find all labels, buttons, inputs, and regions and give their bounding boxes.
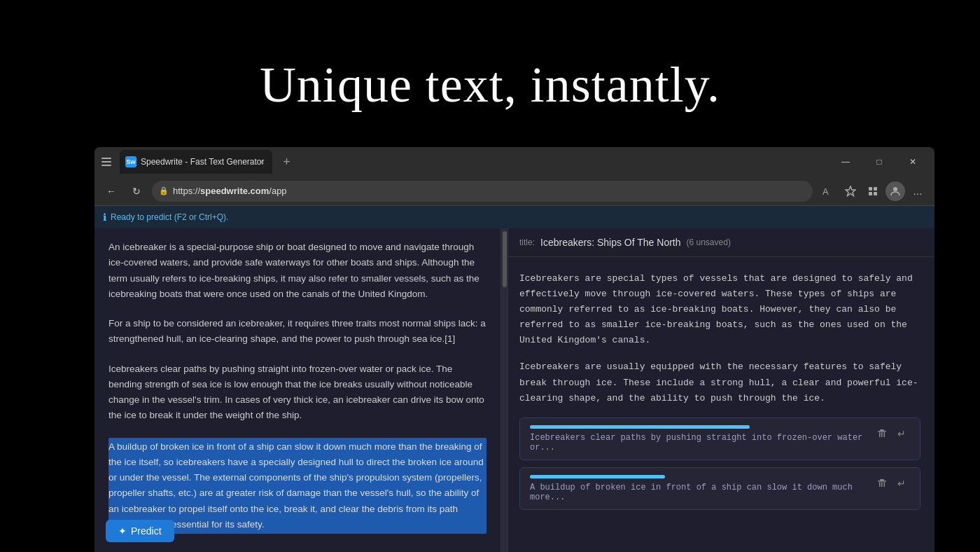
favorites-icon[interactable] <box>841 181 860 201</box>
browser-tab[interactable]: Sw Speedwrite - Fast Text Generator × <box>120 150 272 174</box>
svg-rect-8 <box>874 192 877 195</box>
svg-rect-16 <box>879 482 881 487</box>
info-icon: ℹ <box>103 212 106 223</box>
predict-button[interactable]: ✦ Predict <box>106 520 174 542</box>
new-tab-button[interactable]: + <box>276 152 296 172</box>
svg-rect-14 <box>880 429 884 431</box>
paragraph-3: Icebreakers clear paths by pushing strai… <box>108 361 486 424</box>
svg-rect-11 <box>879 432 881 437</box>
maximize-button[interactable]: □ <box>863 151 895 173</box>
generated-paragraph-1: Icebreakers are special types of vessels… <box>519 271 920 348</box>
right-pane-content[interactable]: Icebreakers are special types of vessels… <box>508 257 934 552</box>
prediction-actions-1: ↵ <box>874 425 910 442</box>
prediction-text-1: Icebreakers clear paths by pushing strai… <box>530 433 868 453</box>
prediction-card-2[interactable]: A buildup of broken ice in front of a sh… <box>519 467 920 510</box>
prediction-bar-1 <box>530 425 750 429</box>
svg-rect-7 <box>869 192 872 195</box>
prediction-card-1[interactable]: Icebreakers clear paths by pushing strai… <box>519 418 920 460</box>
prediction-text-2: A buildup of broken ice in front of a sh… <box>530 483 868 502</box>
doc-title-header: title: Icebreakers: Ships Of The North (… <box>508 228 934 257</box>
prediction-delete-1[interactable] <box>874 425 890 442</box>
svg-text:A: A <box>822 186 829 197</box>
right-pane: title: Icebreakers: Ships Of The North (… <box>507 228 934 552</box>
prediction-card-2-inner: A buildup of broken ice in front of a sh… <box>530 475 868 502</box>
info-bar: ℹ Ready to predict (F2 or Ctrl+Q). <box>94 206 934 228</box>
browser-menu-icon[interactable] <box>100 156 113 168</box>
hero-title: Unique text, instantly. <box>0 56 980 114</box>
lock-icon: 🔒 <box>159 186 169 195</box>
refresh-button[interactable]: ↻ <box>127 181 146 201</box>
prediction-card-1-inner: Icebreakers clear paths by pushing strai… <box>530 425 868 453</box>
doc-title-label: title: <box>519 237 535 247</box>
url-text: https://speedwrite.com/app <box>173 186 287 196</box>
svg-marker-4 <box>846 186 855 196</box>
scroll-thumb[interactable] <box>503 231 507 287</box>
back-button[interactable]: ← <box>102 181 121 201</box>
generated-paragraph-2: Icebreakers are usually equipped with th… <box>519 359 920 406</box>
read-aloud-icon[interactable]: A <box>818 181 838 201</box>
url-bar[interactable]: 🔒 https://speedwrite.com/app <box>152 181 813 202</box>
svg-rect-17 <box>884 482 886 487</box>
paragraph-1: An icebreaker is a special-purpose ship … <box>108 240 486 302</box>
toolbar-icons: A … <box>818 181 927 201</box>
close-button[interactable]: ✕ <box>897 151 929 173</box>
svg-point-9 <box>893 187 897 191</box>
predict-star-icon: ✦ <box>118 525 127 537</box>
svg-rect-19 <box>880 479 884 481</box>
prediction-bar-2 <box>530 475 665 478</box>
svg-rect-0 <box>102 158 111 159</box>
prediction-actions-2: ↵ <box>874 475 910 492</box>
svg-rect-18 <box>881 482 883 487</box>
info-text: Ready to predict (F2 or Ctrl+Q). <box>111 212 228 222</box>
svg-rect-13 <box>881 432 883 437</box>
left-pane: An icebreaker is a special-purpose ship … <box>94 228 500 552</box>
paragraph-2: For a ship to be considered an icebreake… <box>108 316 486 347</box>
browser-window: Sw Speedwrite - Fast Text Generator × + … <box>94 147 934 552</box>
prediction-accept-2[interactable]: ↵ <box>893 475 910 492</box>
address-bar: ← ↻ 🔒 https://speedwrite.com/app A <box>94 177 934 206</box>
prediction-bar-container-2 <box>530 475 868 478</box>
svg-rect-1 <box>102 161 111 163</box>
title-bar: Sw Speedwrite - Fast Text Generator × + … <box>94 147 934 177</box>
collections-icon[interactable] <box>863 181 883 201</box>
doc-title-text: Icebreakers: Ships Of The North <box>540 237 681 248</box>
prediction-bar-container-1 <box>530 425 868 429</box>
doc-unsaved-count: (6 unsaved) <box>687 237 731 247</box>
svg-rect-10 <box>878 431 886 432</box>
svg-rect-15 <box>878 481 886 482</box>
more-options-icon[interactable]: … <box>908 181 927 201</box>
svg-rect-12 <box>884 432 886 437</box>
tab-favicon: Sw <box>125 156 136 167</box>
profile-icon[interactable] <box>886 181 905 201</box>
svg-rect-5 <box>869 187 872 191</box>
tab-title: Speedwrite - Fast Text Generator <box>141 157 253 167</box>
prediction-delete-2[interactable] <box>874 475 890 492</box>
window-controls: — □ ✕ <box>830 151 929 173</box>
scroll-indicator <box>500 228 507 552</box>
svg-rect-2 <box>102 165 111 166</box>
title-bar-left: Sw Speedwrite - Fast Text Generator × + <box>100 150 296 174</box>
content-area: An icebreaker is a special-purpose ship … <box>94 228 934 552</box>
prediction-accept-1[interactable]: ↵ <box>893 425 910 442</box>
left-pane-scroll[interactable]: An icebreaker is a special-purpose ship … <box>94 228 500 552</box>
svg-rect-6 <box>874 187 877 191</box>
minimize-button[interactable]: — <box>830 151 862 173</box>
tab-close-button[interactable]: × <box>260 158 264 166</box>
